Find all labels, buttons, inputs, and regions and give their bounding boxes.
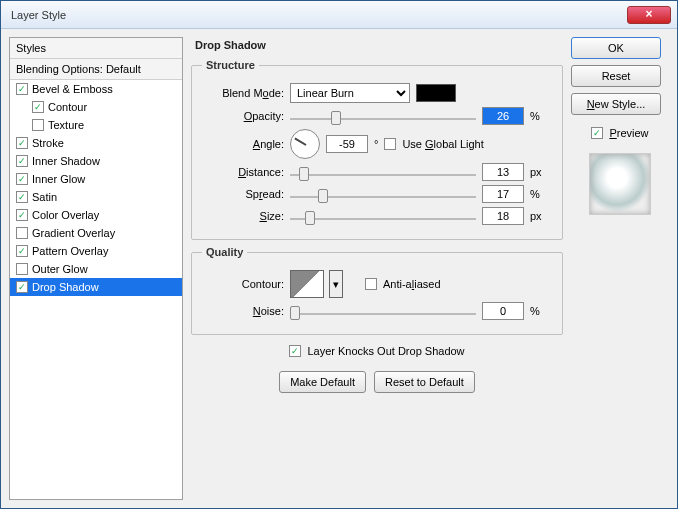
style-checkbox[interactable]: ✓ [16,191,28,203]
style-item-contour[interactable]: ✓Contour [10,98,182,116]
contour-dropdown-icon[interactable]: ▾ [329,270,343,298]
style-label: Pattern Overlay [32,245,108,257]
shadow-color-swatch[interactable] [416,84,456,102]
dialog-buttons: OK Reset New Style... ✓ Preview [571,37,669,500]
quality-group: Quality Contour: ▾ Anti-aliased Noise: 0… [191,246,563,335]
style-checkbox[interactable] [16,263,28,275]
style-item-texture[interactable]: Texture [10,116,182,134]
angle-dial[interactable] [290,129,320,159]
style-label: Bevel & Emboss [32,83,113,95]
size-label: Size: [202,210,284,222]
effect-panel: Drop Shadow Structure Blend Mode: Linear… [191,37,563,500]
spread-input[interactable]: 17 [482,185,524,203]
style-item-stroke[interactable]: ✓Stroke [10,134,182,152]
blend-mode-label: Blend Mode: [202,87,284,99]
layer-style-dialog: Layer Style × Styles Blending Options: D… [0,0,678,509]
make-default-button[interactable]: Make Default [279,371,366,393]
style-checkbox[interactable]: ✓ [16,137,28,149]
window-title: Layer Style [7,9,627,21]
titlebar[interactable]: Layer Style × [1,1,677,29]
reset-button[interactable]: Reset [571,65,661,87]
style-label: Stroke [32,137,64,149]
distance-label: Distance: [202,166,284,178]
preview-label: Preview [609,127,648,139]
preview-thumbnail [589,153,651,215]
spread-unit: % [530,188,552,200]
style-item-outer-glow[interactable]: Outer Glow [10,260,182,278]
use-global-light-checkbox[interactable] [384,138,396,150]
quality-legend: Quality [202,246,247,258]
distance-unit: px [530,166,552,178]
style-checkbox[interactable]: ✓ [16,209,28,221]
noise-label: Noise: [202,305,284,317]
style-checkbox[interactable]: ✓ [16,173,28,185]
opacity-input[interactable]: 26 [482,107,524,125]
style-label: Drop Shadow [32,281,99,293]
style-checkbox[interactable] [32,119,44,131]
style-item-color-overlay[interactable]: ✓Color Overlay [10,206,182,224]
style-item-inner-shadow[interactable]: ✓Inner Shadow [10,152,182,170]
layer-knocks-out-checkbox[interactable]: ✓ [289,345,301,357]
style-checkbox[interactable]: ✓ [16,245,28,257]
contour-picker[interactable] [290,270,324,298]
layer-knocks-out-label: Layer Knocks Out Drop Shadow [307,345,464,357]
noise-input[interactable]: 0 [482,302,524,320]
new-style-button[interactable]: New Style... [571,93,661,115]
reset-to-default-button[interactable]: Reset to Default [374,371,475,393]
style-checkbox[interactable]: ✓ [32,101,44,113]
style-item-inner-glow[interactable]: ✓Inner Glow [10,170,182,188]
size-slider[interactable] [290,208,476,224]
structure-group: Structure Blend Mode: Linear Burn Opacit… [191,59,563,240]
anti-aliased-checkbox[interactable] [365,278,377,290]
noise-slider[interactable] [290,303,476,319]
spread-slider[interactable] [290,186,476,202]
distance-slider[interactable] [290,164,476,180]
style-checkbox[interactable] [16,227,28,239]
noise-unit: % [530,305,552,317]
style-label: Inner Glow [32,173,85,185]
panel-title: Drop Shadow [191,37,563,53]
style-label: Inner Shadow [32,155,100,167]
style-label: Satin [32,191,57,203]
opacity-label: Opacity: [202,110,284,122]
style-label: Texture [48,119,84,131]
opacity-slider[interactable] [290,108,476,124]
style-label: Gradient Overlay [32,227,115,239]
style-checkbox[interactable]: ✓ [16,155,28,167]
style-label: Contour [48,101,87,113]
ok-button[interactable]: OK [571,37,661,59]
style-item-gradient-overlay[interactable]: Gradient Overlay [10,224,182,242]
angle-input[interactable]: -59 [326,135,368,153]
style-item-drop-shadow[interactable]: ✓Drop Shadow [10,278,182,296]
style-checkbox[interactable]: ✓ [16,281,28,293]
style-checkbox[interactable]: ✓ [16,83,28,95]
style-item-bevel-emboss[interactable]: ✓Bevel & Emboss [10,80,182,98]
angle-unit: ° [374,138,378,150]
style-item-satin[interactable]: ✓Satin [10,188,182,206]
size-unit: px [530,210,552,222]
anti-aliased-label: Anti-aliased [383,278,441,290]
style-label: Outer Glow [32,263,88,275]
structure-legend: Structure [202,59,259,71]
use-global-light-label: Use Global Light [402,138,483,150]
angle-label: Angle: [202,138,284,150]
contour-label: Contour: [202,278,284,290]
style-item-pattern-overlay[interactable]: ✓Pattern Overlay [10,242,182,260]
styles-header[interactable]: Styles [10,38,182,59]
distance-input[interactable]: 13 [482,163,524,181]
close-icon[interactable]: × [627,6,671,24]
styles-list: Styles Blending Options: Default ✓Bevel … [9,37,183,500]
size-input[interactable]: 18 [482,207,524,225]
opacity-unit: % [530,110,552,122]
style-label: Color Overlay [32,209,99,221]
blend-mode-select[interactable]: Linear Burn [290,83,410,103]
spread-label: Spread: [202,188,284,200]
blending-options-row[interactable]: Blending Options: Default [10,59,182,80]
preview-checkbox[interactable]: ✓ [591,127,603,139]
